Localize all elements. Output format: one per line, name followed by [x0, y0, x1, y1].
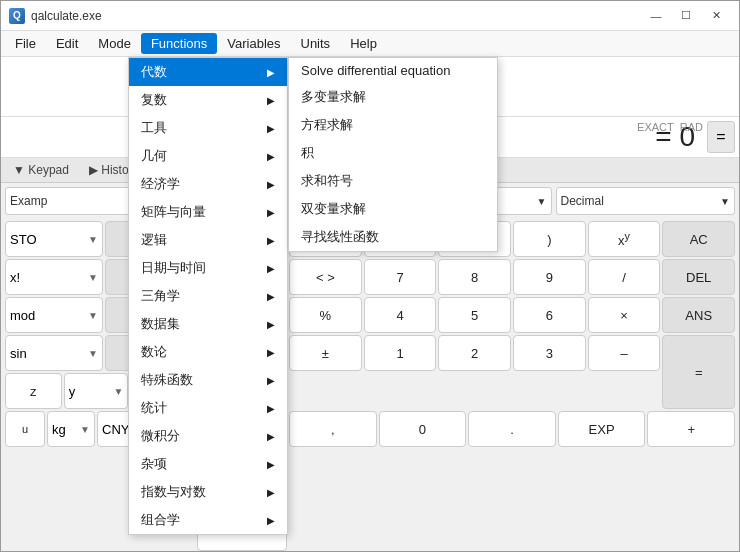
menu-economics[interactable]: 经济学 ▶: [129, 170, 287, 198]
equals-button[interactable]: =: [707, 121, 735, 153]
minus-btn[interactable]: –: [588, 335, 661, 371]
angle-btn[interactable]: < >: [289, 259, 362, 295]
mod-button[interactable]: mod ▼: [5, 297, 103, 333]
window-title: qalculate.exe: [31, 9, 641, 23]
kg-button[interactable]: kg ▼: [47, 411, 95, 447]
sin-button[interactable]: sin ▼: [5, 335, 103, 371]
menu-datetime[interactable]: 日期与时间 ▶: [129, 254, 287, 282]
result-labels: EXACT RAD: [637, 121, 703, 133]
menu-dataset[interactable]: 数据集 ▶: [129, 310, 287, 338]
menu-logic[interactable]: 逻辑 ▶: [129, 226, 287, 254]
submenu-equation-solve[interactable]: 方程求解: [289, 111, 497, 139]
row-0: , 0 . EXP +: [289, 411, 735, 447]
plus-btn[interactable]: +: [647, 411, 735, 447]
sto-button[interactable]: STO ▼: [5, 221, 103, 257]
btn-6[interactable]: 6: [513, 297, 586, 333]
submenu-arrow-geometry: ▶: [267, 151, 275, 162]
menu-exp-log[interactable]: 指数与对数 ▶: [129, 478, 287, 506]
dropdown-decimal[interactable]: Decimal ▼: [556, 187, 736, 215]
row-4: % 4 5 6 × ANS: [289, 297, 735, 333]
z-button[interactable]: z: [5, 373, 62, 409]
submenu-arrow-algebra: ▶: [267, 67, 275, 78]
menu-special-functions[interactable]: 特殊函数 ▶: [129, 366, 287, 394]
submenu-arrow-matrix: ▶: [267, 207, 275, 218]
submenu-bivar-solve[interactable]: 双变量求解: [289, 195, 497, 223]
y-button[interactable]: y ▼: [64, 373, 129, 409]
submenu-arrow-dataset: ▶: [267, 319, 275, 330]
menu-tools[interactable]: 工具 ▶: [129, 114, 287, 142]
submenu-arrow-tools: ▶: [267, 123, 275, 134]
submenu-product[interactable]: 积: [289, 139, 497, 167]
submenu-multivar-solve[interactable]: 多变量求解: [289, 83, 497, 111]
dropdown-decimal-arrow: ▼: [720, 196, 730, 207]
power-btn[interactable]: xy: [588, 221, 661, 257]
btn-9[interactable]: 9: [513, 259, 586, 295]
menu-complex[interactable]: 复数 ▶: [129, 86, 287, 114]
minimize-button[interactable]: —: [641, 6, 671, 26]
btn-2[interactable]: 2: [438, 335, 511, 371]
ans-btn[interactable]: ANS: [662, 297, 735, 333]
menu-help[interactable]: Help: [340, 33, 387, 54]
menu-variables[interactable]: Variables: [217, 33, 290, 54]
submenu-arrow-logic: ▶: [267, 235, 275, 246]
menu-number-theory[interactable]: 数论 ▶: [129, 338, 287, 366]
menu-calculus[interactable]: 微积分 ▶: [129, 422, 287, 450]
btn-5[interactable]: 5: [438, 297, 511, 333]
submenu-arrow-trig: ▶: [267, 291, 275, 302]
ac-btn[interactable]: AC: [662, 221, 735, 257]
menu-matrix-vector[interactable]: 矩阵与向量 ▶: [129, 198, 287, 226]
del-btn[interactable]: DEL: [662, 259, 735, 295]
btn-1[interactable]: 1: [364, 335, 437, 371]
submenu-arrow-economics: ▶: [267, 179, 275, 190]
divide-btn[interactable]: /: [588, 259, 661, 295]
menu-edit[interactable]: Edit: [46, 33, 88, 54]
comma-btn[interactable]: ,: [289, 411, 377, 447]
menu-trigonometry[interactable]: 三角学 ▶: [129, 282, 287, 310]
close-button[interactable]: ✕: [701, 6, 731, 26]
sto-arrow: ▼: [88, 234, 98, 245]
menu-file[interactable]: File: [5, 33, 46, 54]
btn-4[interactable]: 4: [364, 297, 437, 333]
submenu-find-linear[interactable]: 寻找线性函数: [289, 223, 497, 251]
menu-units[interactable]: Units: [291, 33, 341, 54]
menu-combinatorics[interactable]: 组合学 ▶: [129, 506, 287, 534]
menu-geometry[interactable]: 几何 ▶: [129, 142, 287, 170]
submenu-summation[interactable]: 求和符号: [289, 167, 497, 195]
submenu-arrow-special: ▶: [267, 375, 275, 386]
right-panel: ∨ ∧ (x) ( ) xy AC < > 7 8 9 / DEL: [289, 221, 735, 551]
btn-3[interactable]: 3: [513, 335, 586, 371]
multiply-btn[interactable]: ×: [588, 297, 661, 333]
row-1: ± 1 2 3 – =: [289, 335, 735, 409]
calc-grid: STO ▼ m x! ▼: [1, 219, 739, 552]
submenu-arrow-misc: ▶: [267, 459, 275, 470]
u-button[interactable]: u: [5, 411, 45, 447]
close-paren-btn[interactable]: ): [513, 221, 586, 257]
btn-7[interactable]: 7: [364, 259, 437, 295]
menu-misc[interactable]: 杂项 ▶: [129, 450, 287, 478]
menu-algebra[interactable]: 代数 ▶: [129, 58, 287, 86]
sin-label: sin: [10, 346, 27, 361]
main-window: Q qalculate.exe — ☐ ✕ File Edit Mode Fun…: [0, 0, 740, 552]
menu-statistics[interactable]: 统计 ▶: [129, 394, 287, 422]
kg-arrow: ▼: [80, 424, 90, 435]
functions-menu: 代数 ▶ 复数 ▶ 工具 ▶ 几何 ▶ 经济学 ▶ 矩阵与向量 ▶: [128, 57, 288, 535]
exp-btn[interactable]: EXP: [558, 411, 646, 447]
submenu-solve-differential[interactable]: Solve differential equation: [289, 58, 497, 83]
btn-8[interactable]: 8: [438, 259, 511, 295]
y-label: y: [69, 384, 76, 399]
percent-btn[interactable]: %: [289, 297, 362, 333]
submenu-arrow-explog: ▶: [267, 487, 275, 498]
xfact-button[interactable]: x! ▼: [5, 259, 103, 295]
menu-mode[interactable]: Mode: [88, 33, 141, 54]
equals-big-btn[interactable]: =: [662, 335, 735, 409]
maximize-button[interactable]: ☐: [671, 6, 701, 26]
submenu-arrow-calc: ▶: [267, 431, 275, 442]
dot-btn[interactable]: .: [468, 411, 556, 447]
tab-keypad[interactable]: ▼ Keypad: [5, 160, 77, 180]
menu-functions[interactable]: Functions: [141, 33, 217, 54]
sin-arrow: ▼: [88, 348, 98, 359]
mod-label: mod: [10, 308, 35, 323]
plusminus-btn[interactable]: ±: [289, 335, 362, 371]
btn-0[interactable]: 0: [379, 411, 467, 447]
exact-label: EXACT: [637, 121, 674, 133]
